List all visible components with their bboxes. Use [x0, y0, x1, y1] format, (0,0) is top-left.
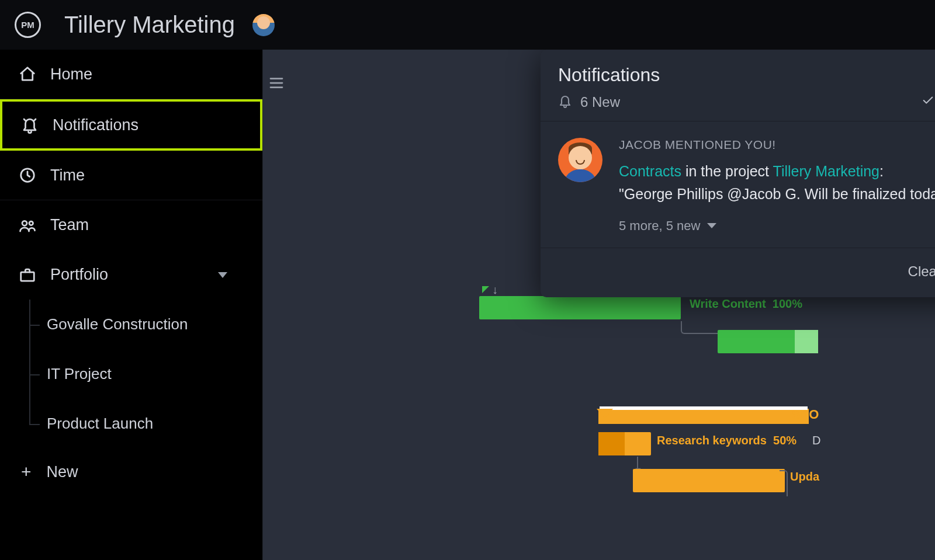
portfolio-item-label: Product Launch — [47, 415, 153, 433]
project-title[interactable]: Tillery Marketing — [64, 12, 235, 38]
portfolio-item[interactable]: Govalle Construction — [29, 300, 262, 349]
popover-title: Notifications — [558, 64, 660, 86]
sidebar-item-label: Portfolio — [50, 266, 108, 284]
portfolio-item[interactable]: Product Launch — [29, 399, 262, 448]
bell-icon — [558, 94, 572, 110]
new-count: 6 New — [580, 94, 620, 110]
chevron-down-icon — [707, 223, 716, 228]
gantt-bar-write-content[interactable] — [479, 296, 681, 319]
chevron-down-icon — [218, 272, 227, 278]
gantt-assignee: D — [812, 434, 820, 447]
sidebar-new-label: New — [47, 463, 78, 481]
mark-all-read-button[interactable]: Mark all as read — [922, 94, 935, 110]
expand-label: 5 more, 5 new — [619, 218, 700, 234]
portfolio-item[interactable]: IT Project — [29, 349, 262, 399]
home-icon — [18, 64, 37, 84]
sidebar-item-label: Time — [50, 166, 85, 185]
dependency-arrow-icon: ↓ — [492, 283, 498, 297]
sidebar-item-team[interactable]: Team — [0, 200, 262, 250]
sidebar-item-label: Notifications — [53, 116, 138, 134]
top-bar: PM Tillery Marketing — [0, 0, 935, 50]
portfolio-list: Govalle Construction IT Project Product … — [0, 300, 262, 448]
team-icon — [18, 215, 37, 235]
gantt-bar-label: Upda — [790, 470, 819, 484]
sidebar-item-label: Home — [50, 65, 92, 84]
expand-notifications-button[interactable]: 5 more, 5 new — [619, 218, 935, 234]
sidebar-new-button[interactable]: + New — [0, 448, 262, 495]
bell-icon — [20, 115, 40, 135]
app-logo[interactable]: PM — [15, 12, 41, 38]
plus-icon: + — [21, 462, 32, 482]
svg-point-1 — [22, 221, 27, 225]
svg-rect-3 — [21, 272, 34, 281]
notification-item[interactable]: JACOB MENTIONED YOU! 3h Contracts in the… — [541, 121, 935, 248]
gantt-bar-progress-remaining — [795, 330, 818, 353]
avatar — [558, 138, 602, 182]
notification-headline: JACOB MENTIONED YOU! — [619, 138, 776, 152]
sidebar-item-portfolio[interactable]: Portfolio — [0, 250, 262, 300]
gantt-area[interactable]: F ke H ps, J ↓ Write Content 100% SEO Re… — [263, 50, 935, 560]
gantt-group-label: SEO — [792, 407, 819, 422]
sidebar-item-home[interactable]: Home — [0, 50, 262, 99]
project-link[interactable]: Tillery Marketing — [773, 163, 879, 179]
briefcase-icon — [18, 265, 37, 285]
gantt-bar-label: Write Content 100% — [690, 297, 802, 311]
notifications-popover: Notifications 6 New Mark all as read — [541, 50, 935, 297]
avatar[interactable] — [252, 14, 275, 36]
svg-point-2 — [29, 221, 33, 225]
clock-icon — [18, 165, 37, 185]
notification-text: Contracts in the project Tillery Marketi… — [619, 160, 935, 206]
sidebar: Home Notifications Time Team Portfolio — [0, 50, 263, 560]
clear-all-button[interactable]: Clear all notifications — [908, 263, 935, 280]
portfolio-item-label: Govalle Construction — [47, 315, 188, 333]
gantt-group-bar-seo[interactable] — [598, 409, 809, 424]
task-link[interactable]: Contracts — [619, 163, 681, 179]
list-view-icon[interactable] — [268, 74, 285, 94]
sidebar-item-time[interactable]: Time — [0, 151, 262, 200]
check-icon — [922, 94, 934, 110]
gantt-bar[interactable] — [633, 469, 785, 492]
sidebar-item-label: Team — [50, 216, 89, 234]
gantt-bar-label: Research keywords 50% — [657, 434, 797, 447]
sidebar-item-notifications[interactable]: Notifications — [0, 99, 262, 151]
portfolio-item-label: IT Project — [47, 365, 112, 383]
